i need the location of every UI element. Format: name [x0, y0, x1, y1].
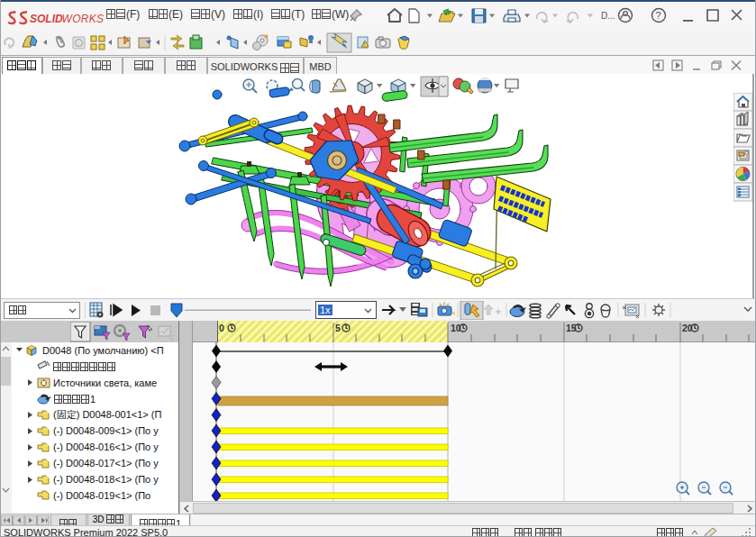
svg-text:5: 5 [335, 323, 341, 333]
svg-text:0: 0 [219, 323, 224, 333]
svg-text:D...: D... [601, 11, 615, 21]
svg-text:WORKS: WORKS [62, 13, 105, 25]
svg-text:?: ? [656, 10, 661, 21]
svg-text:SOLID: SOLID [30, 13, 63, 25]
